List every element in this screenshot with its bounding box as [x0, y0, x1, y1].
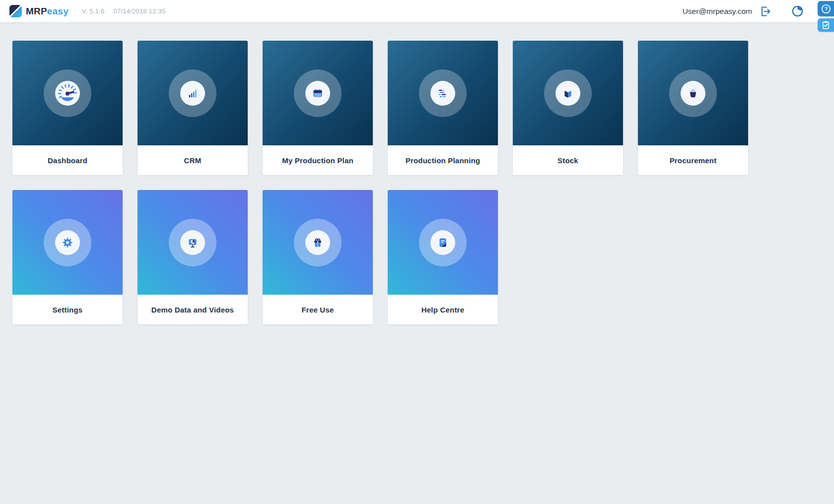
tile-art [513, 41, 623, 145]
tile-dashboard[interactable]: Dashboard [12, 41, 123, 175]
tile-label: Free Use [263, 295, 373, 324]
tile-demo-data-and-videos[interactable]: Demo Data and Videos [138, 190, 248, 324]
brand-easy: easy [47, 6, 69, 16]
brand-mrp: MRP [26, 6, 47, 16]
tile-label: Procurement [638, 145, 748, 175]
tile-procurement[interactable]: Procurement [638, 41, 748, 175]
help-button[interactable]: ? [818, 1, 834, 16]
icon-halo [419, 69, 467, 117]
current-datetime: 07/14/2018 12:35 [113, 7, 165, 15]
icon-halo [44, 219, 91, 266]
tile-crm[interactable]: CRM [138, 41, 248, 175]
icon-disc [430, 230, 455, 255]
user-email: User@mrpeasy.com [683, 7, 752, 16]
tile-label: Production Planning [388, 145, 498, 175]
calendar-icon [310, 86, 325, 101]
app-header: MRPeasy V. 5.1.6 07/14/2018 12:35 User@m… [0, 0, 834, 22]
icon-disc [180, 230, 205, 255]
tile-art [388, 41, 498, 145]
logout-button[interactable] [759, 5, 772, 18]
tile-label: CRM [138, 145, 248, 175]
box-icon [560, 86, 575, 101]
tile-settings[interactable]: Settings [12, 190, 123, 324]
icon-halo [44, 69, 91, 117]
help-icon: ? [821, 3, 832, 14]
document-icon [435, 235, 450, 250]
tile-art [12, 41, 123, 145]
presentation-icon [185, 235, 200, 250]
globe-icon [791, 4, 804, 18]
brand-text: MRPeasy [26, 6, 69, 17]
tile-art [638, 41, 748, 145]
header-right: User@mrpeasy.com [683, 4, 804, 18]
tile-free-use[interactable]: Free Use [263, 190, 373, 324]
tasks-button[interactable] [818, 18, 834, 32]
icon-disc [305, 230, 330, 255]
gift-icon [310, 235, 325, 250]
icon-disc [55, 81, 80, 106]
tile-production-planning[interactable]: Production Planning [388, 41, 498, 175]
tile-label: My Production Plan [263, 145, 373, 175]
gantt-icon [435, 86, 450, 101]
clipboard-check-icon [821, 20, 831, 30]
icon-disc [180, 81, 205, 106]
icon-disc [556, 81, 580, 106]
icon-disc [681, 81, 705, 106]
app-version: V. 5.1.6 [82, 7, 104, 15]
icon-halo [169, 219, 216, 266]
icon-halo [544, 69, 592, 117]
tile-art [388, 190, 498, 295]
tile-stock[interactable]: Stock [513, 41, 623, 175]
tile-help-centre[interactable]: Help Centre [388, 190, 498, 324]
mrpeasy-logo[interactable] [9, 5, 22, 17]
tile-label: Help Centre [388, 295, 498, 324]
icon-disc [305, 81, 330, 106]
tile-label: Dashboard [12, 145, 123, 175]
icon-disc [430, 81, 455, 106]
globe-button[interactable] [791, 4, 804, 18]
tile-art [138, 41, 248, 145]
icon-halo [169, 69, 216, 117]
basket-icon [686, 86, 700, 101]
tile-art [12, 190, 123, 295]
icon-halo [294, 69, 342, 117]
svg-text:?: ? [824, 6, 828, 12]
icon-disc [55, 230, 80, 255]
gauge-icon [56, 82, 79, 105]
tile-art [263, 41, 373, 145]
icon-halo [419, 219, 467, 266]
main-content: Dashboard CRM My Production Plan [12, 41, 748, 324]
tile-label: Stock [513, 145, 623, 175]
tile-art [263, 190, 373, 295]
bar-chart-icon [185, 86, 200, 101]
tile-my-production-plan[interactable]: My Production Plan [263, 41, 373, 175]
icon-halo [669, 69, 717, 117]
module-grid: Dashboard CRM My Production Plan [12, 41, 748, 324]
logout-icon [759, 5, 772, 18]
tile-art [138, 190, 248, 295]
icon-halo [294, 219, 342, 266]
gear-icon [60, 235, 75, 250]
tile-label: Demo Data and Videos [138, 295, 248, 324]
tile-label: Settings [12, 295, 123, 324]
